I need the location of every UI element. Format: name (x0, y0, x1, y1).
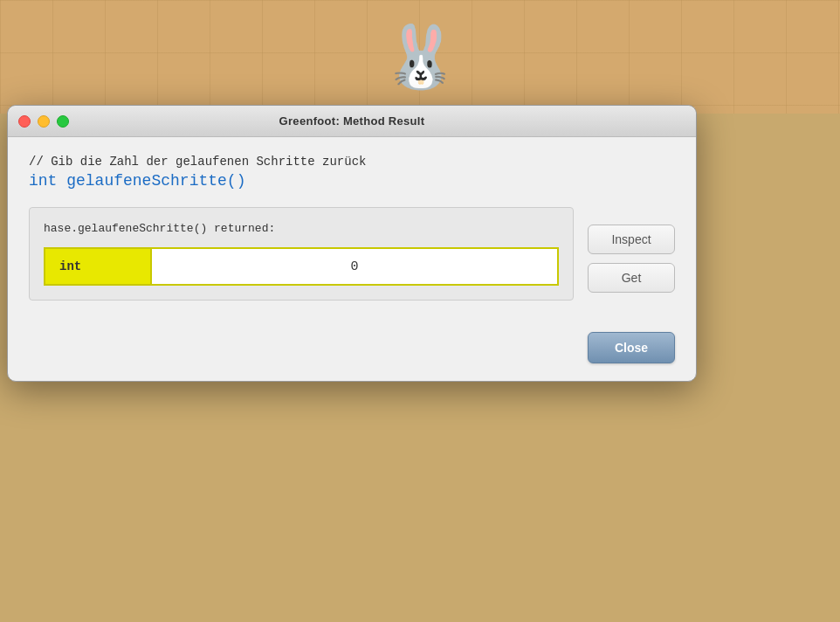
result-value: 0 (350, 259, 358, 274)
result-value-container: 0 (150, 249, 557, 284)
result-panel: hase.gelaufeneSchritte() returned: int 0 (29, 207, 574, 301)
get-button[interactable]: Get (588, 263, 675, 293)
side-buttons: Inspect Get (588, 155, 675, 301)
title-bar: Greenfoot: Method Result (8, 106, 696, 137)
inspect-button[interactable]: Inspect (588, 225, 675, 254)
window-controls (18, 115, 69, 128)
minimize-window-button[interactable] (38, 115, 50, 128)
result-row: int 0 (44, 247, 559, 286)
dialog-window: Greenfoot: Method Result // Gib die Zahl… (7, 105, 697, 382)
dialog-content: // Gib die Zahl der gelaufenen Schritte … (8, 137, 696, 321)
method-comment: // Gib die Zahl der gelaufenen Schritte … (29, 155, 574, 169)
dialog-left-panel: // Gib die Zahl der gelaufenen Schritte … (29, 155, 574, 301)
maximize-window-button[interactable] (57, 115, 69, 128)
result-type: int (45, 249, 150, 284)
close-button[interactable]: Close (588, 332, 675, 363)
rabbit-character: 🐰 (385, 9, 455, 105)
method-signature: int gelaufeneSchritte() (29, 172, 574, 190)
dialog-title: Greenfoot: Method Result (279, 114, 425, 128)
close-window-button[interactable] (18, 115, 31, 128)
result-label: hase.gelaufeneSchritte() returned: (44, 222, 559, 235)
dialog-bottom: Close (8, 321, 696, 381)
